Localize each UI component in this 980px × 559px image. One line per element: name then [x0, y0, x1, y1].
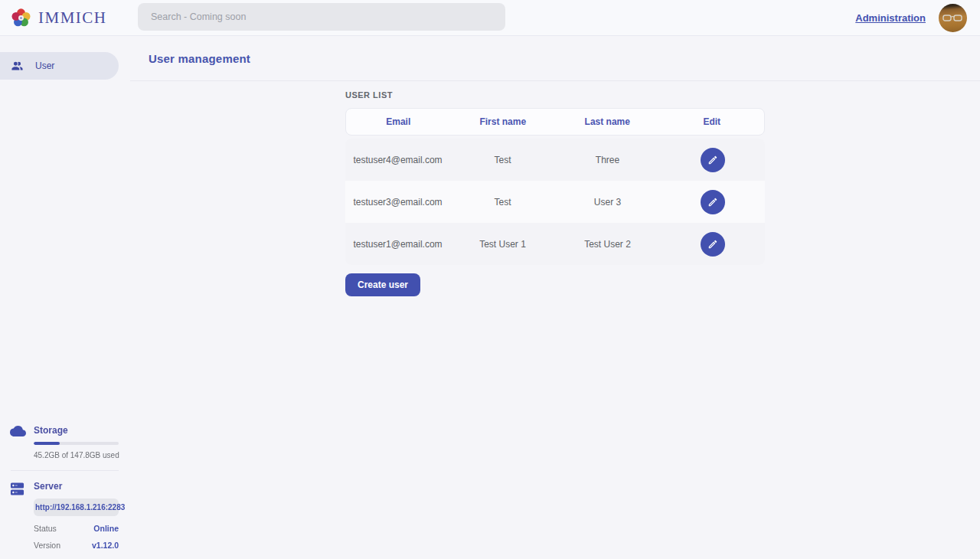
- cell-first-name: Test: [450, 197, 555, 208]
- brand-wordmark: IMMICH: [38, 8, 107, 28]
- server-version-row: Version v1.12.0: [34, 541, 119, 550]
- column-header-email: Email: [346, 116, 451, 127]
- search-input[interactable]: [138, 3, 505, 31]
- storage-progress-bar: [34, 442, 119, 445]
- top-navbar: IMMICH Administration: [0, 0, 980, 36]
- search-bar[interactable]: [138, 3, 505, 31]
- server-url-chip: http://192.168.1.216:2283: [34, 499, 119, 516]
- create-user-button[interactable]: Create user: [345, 273, 420, 296]
- table-row: testuser4@email.com Test Three: [345, 139, 765, 181]
- column-header-last-name: Last name: [555, 116, 660, 127]
- cell-last-name: Test User 2: [555, 239, 660, 250]
- storage-title: Storage: [34, 425, 119, 436]
- cell-email: testuser3@email.com: [345, 197, 450, 208]
- sidebar-item-user-label: User: [35, 60, 54, 71]
- sidebar: User Storage 45.2GB of 147.8GB used: [0, 36, 130, 559]
- brand[interactable]: IMMICH: [11, 8, 107, 28]
- edit-user-button[interactable]: [701, 148, 725, 172]
- cell-email: testuser4@email.com: [345, 155, 450, 165]
- page-title: User management: [149, 52, 250, 65]
- pencil-icon: [707, 197, 718, 208]
- page-header: User management: [130, 36, 980, 81]
- sidebar-item-user[interactable]: User: [0, 52, 119, 80]
- server-icon: [10, 482, 24, 496]
- main-content: User management USER LIST Email First na…: [130, 0, 980, 296]
- cell-email: testuser1@email.com: [345, 239, 450, 250]
- edit-user-button[interactable]: [701, 190, 725, 214]
- administration-link[interactable]: Administration: [855, 12, 926, 24]
- storage-usage-text: 45.2GB of 147.8GB used: [34, 451, 119, 459]
- user-avatar[interactable]: [939, 4, 967, 32]
- table-header: Email First name Last name Edit: [345, 108, 765, 136]
- table-body: testuser4@email.com Test Three testuser3…: [345, 139, 765, 265]
- cell-first-name: Test: [450, 155, 555, 165]
- sidebar-divider: [11, 470, 119, 471]
- status-value: Online: [93, 524, 119, 533]
- immich-logo-icon: [11, 8, 31, 28]
- pencil-icon: [707, 239, 718, 250]
- pencil-icon: [707, 155, 718, 165]
- cell-last-name: Three: [555, 155, 660, 165]
- glasses-icon: [942, 14, 963, 23]
- edit-user-button[interactable]: [701, 232, 725, 257]
- server-status-row: Status Online: [34, 524, 119, 533]
- version-label: Version: [34, 541, 60, 550]
- table-row: testuser3@email.com Test User 3: [345, 181, 765, 223]
- storage-section: Storage 45.2GB of 147.8GB used: [0, 425, 130, 459]
- server-title: Server: [34, 481, 119, 492]
- column-header-edit: Edit: [660, 116, 765, 127]
- table-row: testuser1@email.com Test User 1 Test Use…: [345, 223, 765, 265]
- users-icon: [11, 60, 24, 73]
- cloud-icon: [10, 426, 26, 437]
- status-label: Status: [34, 524, 57, 533]
- cell-first-name: Test User 1: [450, 239, 555, 250]
- column-header-first-name: First name: [451, 116, 556, 127]
- cell-last-name: User 3: [555, 197, 660, 208]
- storage-progress-fill: [34, 442, 60, 445]
- server-section: Server http://192.168.1.216:2283 Status …: [0, 481, 130, 550]
- user-list-label: USER LIST: [345, 90, 765, 100]
- version-value: v1.12.0: [92, 541, 119, 550]
